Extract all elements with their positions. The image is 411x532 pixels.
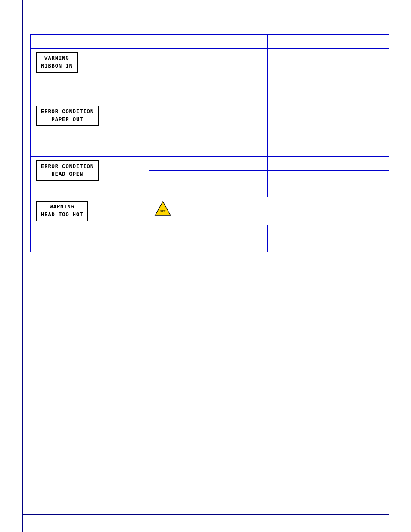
table-row-last [31, 225, 389, 252]
ribbon-in-col3-bottom [267, 75, 389, 102]
display-cell-head-open: ERROR CONDITION HEAD OPEN [31, 157, 149, 197]
header-col2 [149, 35, 267, 49]
last-col1 [31, 225, 149, 252]
display-cell-ribbon-in: WARNING RIBBON IN [31, 49, 149, 102]
last-col2 [149, 225, 267, 252]
main-table: WARNING RIBBON IN ERROR CONDITION PAPER … [30, 34, 389, 252]
ribbon-in-col2 [149, 49, 267, 75]
paper-out-col2 [149, 102, 267, 130]
paper-out-blank-col1 [31, 130, 149, 157]
head-hot-icon-cell: sss [149, 197, 389, 225]
table-row: ERROR CONDITION HEAD OPEN [31, 157, 389, 171]
display-box-paper-out: ERROR CONDITION PAPER OUT [36, 106, 99, 126]
table-row: ERROR CONDITION PAPER OUT [31, 102, 389, 130]
table-row [31, 130, 389, 157]
chapter-marker [22, 0, 23, 532]
paper-out-blank-col2 [149, 130, 267, 157]
table-row: WARNING RIBBON IN [31, 49, 389, 75]
display-cell-paper-out: ERROR CONDITION PAPER OUT [31, 102, 149, 130]
table-row: WARNING HEAD TOO HOT sss [31, 197, 389, 225]
header-col3 [267, 35, 389, 49]
head-open-col2-bottom [149, 171, 267, 197]
bottom-line [22, 514, 389, 515]
head-open-col3-bottom [267, 171, 389, 197]
display-box-head-hot: WARNING HEAD TOO HOT [36, 201, 88, 221]
page-container: WARNING RIBBON IN ERROR CONDITION PAPER … [0, 0, 411, 532]
header-col1 [31, 35, 149, 49]
hot-warning-icon: sss [154, 201, 171, 216]
paper-out-blank-col3 [267, 130, 389, 157]
paper-out-col3 [267, 102, 389, 130]
table-header-row [31, 35, 389, 49]
ribbon-in-col2-b [149, 75, 267, 102]
last-col3 [267, 225, 389, 252]
display-cell-head-hot: WARNING HEAD TOO HOT [31, 197, 149, 225]
ribbon-in-col3-top [267, 49, 389, 75]
svg-text:sss: sss [160, 208, 165, 213]
display-box-head-open: ERROR CONDITION HEAD OPEN [36, 160, 99, 181]
display-box-ribbon-in: WARNING RIBBON IN [36, 52, 78, 73]
head-open-col2-top [149, 157, 267, 171]
head-open-col3-top [267, 157, 389, 171]
